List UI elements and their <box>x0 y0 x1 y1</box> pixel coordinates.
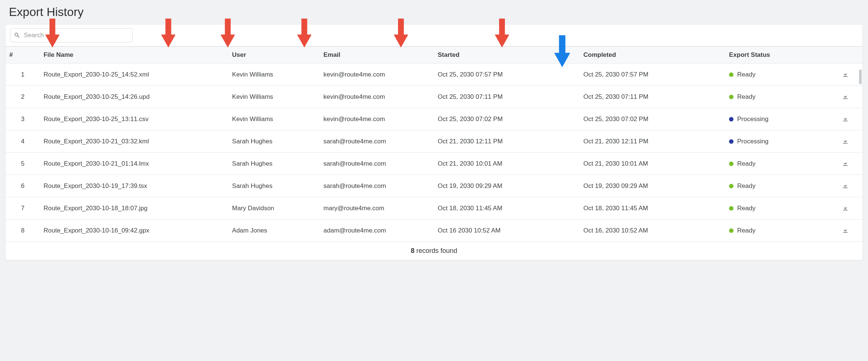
cell-status: Processing <box>725 130 828 153</box>
status-text: Ready <box>737 71 755 78</box>
cell-email: kevin@route4me.com <box>320 64 434 86</box>
table-row[interactable]: 3Route_Export_2030-10-25_13:11.csvKevin … <box>6 108 862 130</box>
cell-number: 8 <box>6 219 40 242</box>
cell-completed: Oct 25, 2030 07:57 PM <box>580 64 725 86</box>
status-dot-icon <box>729 162 733 166</box>
cell-number: 2 <box>6 86 40 108</box>
cell-file: Route_Export_2030-10-16_09:42.gpx <box>40 219 228 242</box>
status-dot-icon <box>729 228 733 233</box>
records-label: records found <box>414 247 457 254</box>
table-row[interactable]: 7Route_Export_2030-10-18_18:07.jpgMary D… <box>6 197 862 219</box>
cell-number: 6 <box>6 175 40 197</box>
table-row[interactable]: 2Route_Export_2030-10-25_14:26.updKevin … <box>6 86 862 108</box>
col-header-started[interactable]: Started <box>434 47 580 64</box>
cell-completed: Oct 21, 2030 10:01 AM <box>580 153 725 175</box>
cell-completed: Oct 25, 2030 07:11 PM <box>580 86 725 108</box>
cell-status: Ready <box>725 197 828 219</box>
status-dot-icon <box>729 139 733 144</box>
status-text: Ready <box>737 160 755 168</box>
toolbar <box>6 25 862 46</box>
col-header-number[interactable]: # <box>6 47 40 64</box>
col-header-completed[interactable]: Completed <box>580 47 725 64</box>
col-header-user[interactable]: User <box>229 47 320 64</box>
status-text: Processing <box>737 116 768 123</box>
cell-number: 1 <box>6 64 40 86</box>
cell-status: Ready <box>725 86 828 108</box>
col-header-status[interactable]: Export Status <box>725 47 828 64</box>
cell-completed: Oct 19, 2030 09:29 AM <box>580 175 725 197</box>
status-text: Ready <box>737 182 755 190</box>
table-row[interactable]: 6Route_Export_2030-10-19_17:39.tsxSarah … <box>6 175 862 197</box>
cell-started: Oct 25, 2030 07:02 PM <box>434 108 580 130</box>
cell-file: Route_Export_2030-10-25_14:52.xml <box>40 64 228 86</box>
cell-download <box>828 64 862 86</box>
cell-user: Kevin Williams <box>229 86 320 108</box>
page-title: Export History <box>9 5 863 19</box>
status-dot-icon <box>729 117 733 121</box>
cell-download <box>828 130 862 153</box>
cell-number: 5 <box>6 153 40 175</box>
cell-download <box>828 108 862 130</box>
cell-completed: Oct 25, 2030 07:02 PM <box>580 108 725 130</box>
cell-number: 7 <box>6 197 40 219</box>
download-icon <box>842 70 849 79</box>
status-text: Ready <box>737 227 755 234</box>
cell-download <box>828 175 862 197</box>
cell-user: Sarah Hughes <box>229 175 320 197</box>
cell-started: Oct 19, 2030 09:29 AM <box>434 175 580 197</box>
table-row[interactable]: 5Route_Export_2030-10-21_01:14.lmxSarah … <box>6 153 862 175</box>
cell-file: Route_Export_2030-10-18_18:07.jpg <box>40 197 228 219</box>
cell-email: mary@route4me.com <box>320 197 434 219</box>
cell-email: sarah@route4me.com <box>320 130 434 153</box>
export-history-panel: # File Name User Email Started Completed… <box>5 24 863 260</box>
download-button[interactable] <box>840 91 851 103</box>
export-history-table: # File Name User Email Started Completed… <box>6 46 862 242</box>
download-icon <box>842 182 849 190</box>
cell-file: Route_Export_2030-10-21_01:14.lmx <box>40 153 228 175</box>
cell-user: Mary Davidson <box>229 197 320 219</box>
download-button[interactable] <box>840 136 851 147</box>
cell-file: Route_Export_2030-10-19_17:39.tsx <box>40 175 228 197</box>
col-header-file[interactable]: File Name <box>40 47 228 64</box>
status-text: Ready <box>737 205 755 212</box>
status-dot-icon <box>729 95 733 99</box>
download-button[interactable] <box>840 202 851 214</box>
cell-email: sarah@route4me.com <box>320 153 434 175</box>
col-header-email[interactable]: Email <box>320 47 434 64</box>
cell-started: Oct 18, 2030 11:45 AM <box>434 197 580 219</box>
download-button[interactable] <box>840 158 851 169</box>
download-icon <box>842 226 849 235</box>
download-button[interactable] <box>840 180 851 192</box>
table-row[interactable]: 8Route_Export_2030-10-16_09:42.gpxAdam J… <box>6 219 862 242</box>
table-row[interactable]: 4Route_Export_2030-10-21_03:32.kmlSarah … <box>6 130 862 153</box>
cell-download <box>828 219 862 242</box>
cell-user: Kevin Williams <box>229 108 320 130</box>
cell-email: adam@route4me.com <box>320 219 434 242</box>
download-icon <box>842 159 849 168</box>
status-dot-icon <box>729 72 733 77</box>
cell-status: Ready <box>725 153 828 175</box>
scrollbar[interactable] <box>859 69 862 84</box>
status-text: Ready <box>737 93 755 101</box>
status-text: Processing <box>737 138 768 145</box>
download-button[interactable] <box>840 225 851 236</box>
download-icon <box>842 115 849 123</box>
cell-download <box>828 86 862 108</box>
cell-download <box>828 197 862 219</box>
cell-status: Ready <box>725 64 828 86</box>
cell-status: Ready <box>725 219 828 242</box>
cell-started: Oct 21, 2030 12:11 PM <box>434 130 580 153</box>
cell-started: Oct 25, 2030 07:57 PM <box>434 64 580 86</box>
status-dot-icon <box>729 184 733 188</box>
cell-completed: Oct 16, 2030 10:52 AM <box>580 219 725 242</box>
download-button[interactable] <box>840 69 851 80</box>
records-footer: 8 records found <box>6 242 862 260</box>
cell-status: Ready <box>725 175 828 197</box>
cell-number: 3 <box>6 108 40 130</box>
table-row[interactable]: 1Route_Export_2030-10-25_14:52.xmlKevin … <box>6 64 862 86</box>
search-input[interactable] <box>10 28 133 42</box>
download-button[interactable] <box>840 113 851 125</box>
download-icon <box>842 92 849 101</box>
cell-user: Kevin Williams <box>229 64 320 86</box>
cell-download <box>828 153 862 175</box>
